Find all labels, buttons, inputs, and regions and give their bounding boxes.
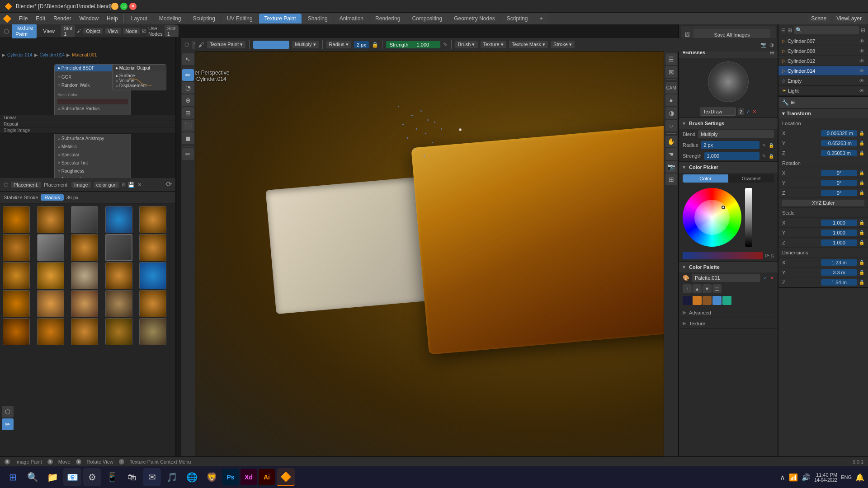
taskbar-blender[interactable]: 🔶	[277, 468, 295, 486]
image-dropdown[interactable]: Image	[71, 182, 91, 188]
brush-item[interactable]	[71, 290, 98, 317]
visibility-icon[interactable]: 👁	[859, 88, 864, 94]
taskbar-photoshop[interactable]: Ps	[222, 469, 239, 485]
copy-icon[interactable]: ⎘	[122, 182, 125, 188]
swatch-5[interactable]	[722, 296, 731, 305]
strength-slider[interactable]: Strength 1.000	[386, 41, 440, 48]
minimize-button[interactable]: ─	[111, 3, 118, 10]
outliner-search[interactable]: 🔍	[794, 26, 859, 34]
strength-pen-icon[interactable]: ✎	[443, 42, 448, 48]
brush-item[interactable]	[37, 206, 64, 233]
rot-z-value[interactable]: 0°	[821, 190, 857, 196]
brush-dropdown[interactable]: Brush ▾	[455, 41, 478, 48]
menu-window[interactable]: Window	[75, 14, 102, 23]
color-swatch-bar[interactable]	[253, 41, 289, 49]
clock-area[interactable]: 11:40 PM 14-04-2022	[814, 472, 837, 483]
taskbar-brave[interactable]: 🦁	[203, 468, 221, 486]
blend-dropdown[interactable]: Multiply ▾	[292, 41, 318, 48]
rot-y-lock[interactable]: 🔒	[859, 180, 864, 185]
brush-item[interactable]	[71, 234, 98, 261]
color-picker-header[interactable]: ▾ Color Picker	[679, 162, 778, 173]
loc-x-lock[interactable]: 🔒	[859, 131, 864, 136]
radius-pen-icon[interactable]: ✎	[762, 143, 766, 148]
slot1-label[interactable]: Slot 1	[165, 25, 179, 37]
taskbar-file-explorer[interactable]: 📁	[43, 468, 61, 486]
tab-sculpting[interactable]: Sculpting	[188, 14, 221, 23]
scale-z-lock[interactable]: 🔒	[859, 240, 864, 245]
radius-value-field[interactable]: 2 px	[701, 141, 760, 149]
outliner-row-cylinder007[interactable]: ▷ Cylinder.007 👁	[778, 36, 868, 46]
menu-edit[interactable]: Edit	[32, 14, 49, 23]
brush-item[interactable]	[139, 318, 166, 345]
tab-geometry-nodes[interactable]: Geometry Nodes	[448, 14, 500, 23]
cam-icon[interactable]: 📷	[665, 161, 677, 173]
radius-tab[interactable]: Radius	[41, 194, 63, 201]
rot-y-value[interactable]: 0°	[821, 180, 857, 186]
maximize-button[interactable]: □	[120, 3, 127, 10]
strength-value-field[interactable]: 1.000	[704, 152, 760, 160]
brush-name-input[interactable]: TexDraw	[700, 108, 736, 116]
brush-remove-icon[interactable]: ✕	[752, 108, 757, 115]
brush-item[interactable]	[105, 262, 132, 289]
tab-animation[interactable]: Animation	[334, 14, 369, 23]
outliner-filter-icon[interactable]: ⊟	[781, 27, 786, 33]
brush-item[interactable]	[37, 290, 64, 317]
swatch-3[interactable]	[703, 296, 712, 305]
color-palette-header[interactable]: ▾ Color Palette	[679, 262, 778, 272]
visibility-icon[interactable]: 👁	[859, 38, 864, 44]
texture-paint-dropdown[interactable]: Texture Paint ▾	[207, 41, 245, 48]
scale-y-value[interactable]: 1.000	[821, 230, 857, 236]
tool-annotate[interactable]: ✏	[182, 148, 194, 160]
scene-selector[interactable]: Scene	[807, 14, 830, 23]
brush-item[interactable]	[37, 234, 64, 261]
color-copy-icon[interactable]: ⎘	[771, 253, 774, 258]
tool-soften[interactable]: ◔	[182, 82, 194, 94]
scroll-icon[interactable]: ⟳	[166, 180, 172, 188]
pal-down-btn[interactable]: ▼	[703, 284, 712, 293]
language-indicator[interactable]: ENG	[841, 474, 852, 480]
outliner-row-empty[interactable]: ◇ Empty 👁	[778, 76, 868, 86]
network-icon[interactable]: 📶	[789, 473, 798, 482]
tab-add[interactable]: +	[534, 14, 548, 23]
delete-icon[interactable]: ✕	[137, 182, 142, 188]
brush-item[interactable]	[139, 234, 166, 261]
tab-compositing[interactable]: Compositing	[406, 14, 448, 23]
texture-dropdown[interactable]: Texture ▾	[481, 41, 506, 48]
view-layer-selector[interactable]: ViewLayer	[833, 14, 865, 23]
swatch-4[interactable]	[712, 296, 722, 305]
radius-lock-icon2[interactable]: 🔒	[769, 143, 774, 148]
tool-mask[interactable]: ◼	[182, 132, 194, 144]
brush-item[interactable]	[37, 262, 64, 289]
tab-scripting[interactable]: Scripting	[501, 14, 533, 23]
brush-item[interactable]	[105, 234, 132, 261]
color-tab-gradient[interactable]: Gradient	[728, 174, 774, 183]
taskbar-phone[interactable]: 📱	[103, 468, 121, 486]
view-cam-icon[interactable]: 📷	[760, 42, 767, 48]
pal-check-icon[interactable]: ✓	[763, 275, 767, 281]
save-icon[interactable]: 💾	[128, 182, 135, 188]
brush-checkmark[interactable]: ✓	[746, 108, 750, 115]
taskbar-email[interactable]: 📧	[63, 468, 81, 486]
brush-item[interactable]	[139, 262, 166, 289]
slot-selector[interactable]: Slot 1	[61, 25, 75, 37]
scale-x-lock[interactable]: 🔒	[859, 220, 864, 225]
tool-select[interactable]: ↖	[182, 53, 194, 65]
pal-remove-icon[interactable]: ✕	[770, 275, 774, 281]
tool-draw[interactable]: ✏	[182, 69, 194, 81]
view-dropdown[interactable]: View	[105, 28, 121, 34]
hue-bar[interactable]	[683, 252, 763, 259]
view-shade-icon[interactable]: ◑	[769, 42, 774, 48]
view-selector[interactable]: CAM	[665, 82, 677, 94]
brush-item[interactable]	[3, 234, 30, 261]
strength-pen-icon[interactable]: ✎	[762, 154, 766, 159]
brush-item[interactable]	[71, 262, 98, 289]
brush-item[interactable]	[37, 318, 64, 345]
brush-item[interactable]	[139, 290, 166, 317]
tool-clone[interactable]: ⊞	[182, 107, 194, 119]
taskbar-store[interactable]: 🛍	[123, 468, 141, 486]
loc-y-lock[interactable]: 🔒	[859, 141, 864, 145]
tab-shading[interactable]: Shading	[302, 14, 333, 23]
close-button[interactable]: ✕	[129, 3, 137, 10]
pal-add-btn[interactable]: +	[683, 284, 692, 293]
rot-x-lock[interactable]: 🔒	[859, 170, 864, 175]
